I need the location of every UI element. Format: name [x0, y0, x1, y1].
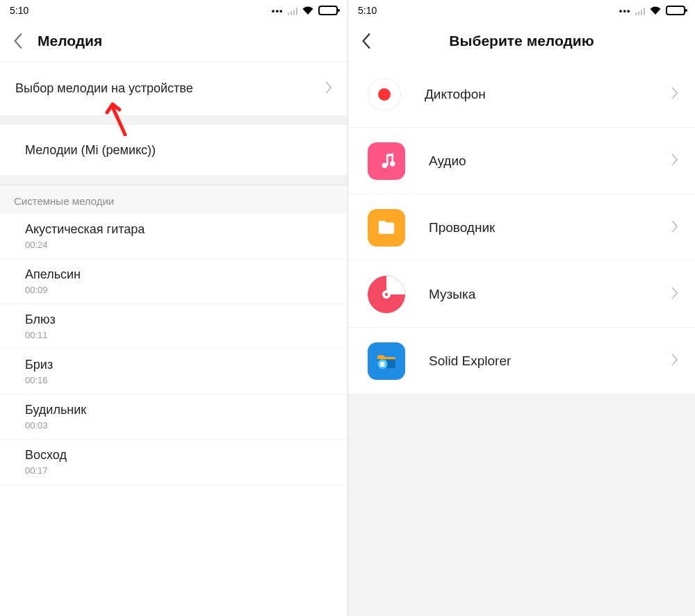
cell-signal-icon — [288, 6, 298, 15]
chevron-right-icon — [325, 81, 332, 97]
screen-choose-melody-source: 5:10 ••• Выберите мелодию ДиктофонАудиоП… — [348, 0, 695, 616]
source-app-label: Диктофон — [425, 87, 648, 102]
chevron-right-icon — [671, 153, 678, 169]
row-mi-remix[interactable]: Мелодии (Mi (ремикс)) — [0, 125, 348, 175]
melody-duration: 00:03 — [25, 420, 332, 431]
svg-point-1 — [385, 292, 388, 295]
audio-icon — [368, 142, 405, 180]
source-app-label: Проводник — [429, 220, 648, 235]
melody-row[interactable]: Восход00:17 — [0, 440, 348, 485]
melody-row[interactable]: Блюз00:11 — [0, 304, 348, 349]
screen-melody-settings: 5:10 ••• Мелодия Выбор мелодии на устрой… — [0, 0, 348, 616]
melody-duration: 00:17 — [25, 465, 332, 476]
source-app-label: Аудио — [429, 153, 648, 169]
more-icon: ••• — [619, 6, 631, 16]
system-melodies-list: Акустическая гитара00:24Апельсин00:09Блю… — [0, 214, 348, 485]
status-time: 5:10 — [10, 5, 28, 16]
source-app-row[interactable]: Solid Explorer — [348, 328, 695, 394]
row-pick-on-device[interactable]: Выбор мелодии на устройстве — [0, 61, 348, 115]
melody-row[interactable]: Акустическая гитара00:24 — [0, 214, 348, 259]
section-gap — [0, 175, 348, 185]
section-header-system: Системные мелодии — [0, 185, 348, 214]
status-time: 5:10 — [358, 5, 377, 16]
chevron-right-icon — [671, 353, 678, 369]
section-gap — [0, 115, 348, 125]
source-app-row[interactable]: Проводник — [348, 194, 695, 261]
chevron-right-icon — [671, 87, 678, 102]
more-icon: ••• — [272, 6, 284, 16]
files-icon — [368, 209, 405, 247]
battery-icon — [666, 6, 685, 15]
melody-duration: 00:16 — [25, 375, 332, 385]
row-label: Мелодии (Mi (ремикс)) — [25, 143, 156, 158]
wifi-icon — [302, 6, 314, 15]
cell-signal-icon — [635, 6, 646, 15]
back-button[interactable] — [8, 33, 28, 49]
melody-name: Апельсин — [25, 267, 332, 282]
source-app-row[interactable]: Диктофон — [348, 61, 695, 128]
status-right-cluster: ••• — [272, 6, 338, 16]
music-icon — [368, 276, 405, 313]
page-title: Мелодия — [38, 33, 102, 49]
melody-duration: 00:09 — [25, 285, 332, 295]
page-title: Выберите мелодию — [348, 33, 695, 49]
status-bar: 5:10 ••• — [348, 0, 695, 21]
melody-name: Бриз — [25, 358, 332, 372]
status-bar: 5:10 ••• — [0, 0, 348, 21]
empty-area — [348, 394, 695, 616]
source-app-label: Solid Explorer — [429, 353, 648, 369]
melody-row[interactable]: Будильник00:03 — [0, 394, 348, 440]
status-right-cluster: ••• — [619, 6, 685, 16]
melody-name: Акустическая гитара — [25, 222, 332, 237]
melody-name: Блюз — [25, 313, 332, 327]
solid-explorer-icon — [368, 342, 405, 380]
source-app-row[interactable]: Музыка — [348, 261, 695, 328]
wifi-icon — [649, 6, 662, 15]
source-app-label: Музыка — [429, 287, 648, 302]
melody-name: Восход — [25, 448, 332, 463]
header: Мелодия — [0, 21, 348, 61]
back-button[interactable] — [357, 33, 376, 49]
melody-duration: 00:11 — [25, 330, 332, 340]
battery-icon — [318, 6, 338, 15]
melody-duration: 00:24 — [25, 240, 332, 250]
melody-row[interactable]: Апельсин00:09 — [0, 259, 348, 304]
source-app-row[interactable]: Аудио — [348, 128, 695, 194]
header: Выберите мелодию — [348, 21, 695, 61]
melody-row[interactable]: Бриз00:16 — [0, 349, 348, 394]
row-label: Выбор мелодии на устройстве — [15, 81, 193, 96]
source-apps-list: ДиктофонАудиоПроводникМузыкаSolid Explor… — [348, 61, 695, 394]
recorder-icon — [368, 78, 401, 111]
chevron-right-icon — [671, 220, 678, 235]
chevron-right-icon — [671, 287, 678, 302]
melody-name: Будильник — [25, 403, 332, 417]
